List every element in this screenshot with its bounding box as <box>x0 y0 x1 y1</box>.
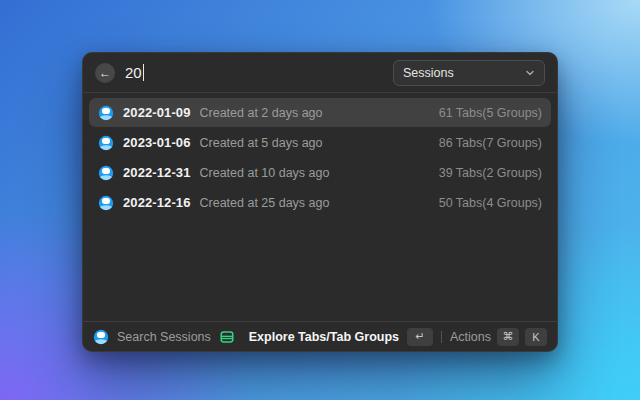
list-item[interactable]: 2023-01-06 Created at 5 days ago 86 Tabs… <box>89 128 551 157</box>
session-tab-count: 61 Tabs(5 Groups) <box>439 106 542 120</box>
session-icon <box>93 329 109 345</box>
sessions-dropdown[interactable]: Sessions <box>393 60 545 86</box>
search-input-value: 20 <box>125 64 142 81</box>
footer-actions: Explore Tabs/Tab Groups ↵ Actions ⌘ K <box>249 328 547 346</box>
actions-button[interactable]: Actions ⌘ K <box>450 328 547 346</box>
footer-divider <box>441 331 442 343</box>
list-item[interactable]: 2022-12-16 Created at 25 days ago 50 Tab… <box>89 188 551 217</box>
session-icon <box>98 195 114 211</box>
session-list: 2022-01-09 Created at 2 days ago 61 Tabs… <box>83 93 557 321</box>
footer-bar: Search Sessions Explore Tabs/Tab Groups … <box>83 321 557 351</box>
explore-tabs-label: Explore Tabs/Tab Groups <box>249 330 399 344</box>
search-input[interactable]: 20 <box>125 64 144 81</box>
dropdown-selected-value: Sessions <box>403 66 454 80</box>
search-header: ← 20 Sessions <box>83 53 557 93</box>
list-item[interactable]: 2022-01-09 Created at 2 days ago 61 Tabs… <box>89 98 551 127</box>
enter-key-icon: ↵ <box>407 328 433 346</box>
session-created: Created at 5 days ago <box>200 136 323 150</box>
session-tab-count: 39 Tabs(2 Groups) <box>439 166 542 180</box>
session-tab-count: 86 Tabs(7 Groups) <box>439 136 542 150</box>
session-date: 2022-01-09 <box>123 105 191 120</box>
session-icon <box>98 135 114 151</box>
back-arrow-icon: ← <box>99 66 111 80</box>
k-key-icon: K <box>525 328 547 346</box>
desktop-background: { "window": { "header": { "back_glyph": … <box>0 0 640 400</box>
back-button[interactable]: ← <box>95 63 115 83</box>
session-date: 2022-12-31 <box>123 165 191 180</box>
command-key-icon: ⌘ <box>497 328 519 346</box>
command-palette-window: ← 20 Sessions 2022-01-09 Created at 2 da… <box>82 52 558 352</box>
session-icon <box>98 165 114 181</box>
session-created: Created at 25 days ago <box>200 196 330 210</box>
list-item[interactable]: 2022-12-31 Created at 10 days ago 39 Tab… <box>89 158 551 187</box>
session-created: Created at 10 days ago <box>200 166 330 180</box>
session-date: 2022-12-16 <box>123 195 191 210</box>
session-icon <box>98 105 114 121</box>
text-caret <box>143 64 145 81</box>
session-tab-count: 50 Tabs(4 Groups) <box>439 196 542 210</box>
tab-stack-icon <box>219 329 235 345</box>
session-date: 2023-01-06 <box>123 135 191 150</box>
explore-tabs-button[interactable]: Explore Tabs/Tab Groups ↵ <box>249 328 433 346</box>
actions-label: Actions <box>450 330 491 344</box>
chevron-down-icon <box>525 68 535 78</box>
footer-command-label: Search Sessions <box>117 330 211 344</box>
session-created: Created at 2 days ago <box>200 106 323 120</box>
